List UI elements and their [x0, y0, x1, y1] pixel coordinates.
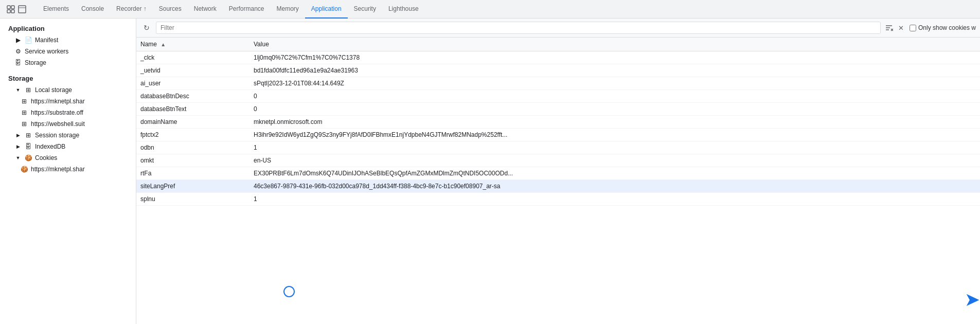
sidebar-item-localstorage-webshell[interactable]: ⊞ https://webshell.suit — [0, 118, 136, 130]
sidebar-label-session-storage: Session storage — [35, 132, 79, 139]
grid-icon-5: ⊞ — [25, 132, 32, 139]
cookie-icon: 🍪 — [25, 154, 32, 161]
cell-name: rtFa — [136, 167, 250, 180]
sidebar-label-ls-mknetpl: https://mknetpl.shar — [31, 98, 85, 105]
tab-lighthouse[interactable]: Lighthouse — [382, 0, 425, 19]
sidebar-item-cookies-mknetpl[interactable]: 🍪 https://mknetpl.shar — [0, 164, 136, 175]
cell-name: _clck — [136, 51, 250, 64]
only-cookies-checkbox[interactable] — [910, 25, 916, 31]
top-bar: Elements Console Recorder ↑ Sources Netw… — [0, 0, 980, 19]
table-body: _clck1lj0mq0%7C2%7Cfm1%7C0%7C1378_uetvid… — [136, 51, 980, 206]
sidebar-item-manifest[interactable]: ▶ 📄 Manifest — [0, 34, 136, 46]
cell-value: mknetpl.onmicrosoft.com — [250, 116, 980, 129]
svg-rect-1 — [11, 6, 14, 9]
sidebar-label-ls-webshell: https://webshell.suit — [31, 120, 85, 128]
cell-value: 1 — [250, 193, 980, 206]
table-row[interactable]: fptctx2H3ihr9e92IdW6yd1ZgQ9Sz3ny9FYj8fAf… — [136, 129, 980, 141]
sidebar-item-localstorage-mknetpl[interactable]: ⊞ https://mknetpl.shar — [0, 96, 136, 107]
sidebar: Application ▶ 📄 Manifest ⚙ Service worke… — [0, 19, 136, 324]
cell-value: 0 — [250, 90, 980, 103]
table-row[interactable]: databaseBtnDesc0 — [136, 90, 980, 103]
grid-icon-3: ⊞ — [21, 109, 28, 116]
cell-name: databaseBtnText — [136, 103, 250, 116]
sidebar-label-storage: Storage — [25, 59, 46, 66]
cell-value: 1 — [250, 141, 980, 154]
sidebar-item-service-workers[interactable]: ⚙ Service workers — [0, 46, 136, 57]
col-header-name[interactable]: Name ▲ — [136, 38, 250, 51]
cell-name: odbn — [136, 141, 250, 154]
cell-value: 1lj0mq0%7C2%7Cfm1%7C0%7C1378 — [250, 51, 980, 64]
content-area: ↻ ✕ Only show cookies w — [136, 19, 980, 324]
table-row[interactable]: rtFaEX30PRBtF6Lm7dOmsK6Q74UDinIJOhASeBlb… — [136, 167, 980, 180]
svg-rect-0 — [7, 6, 10, 9]
table-row[interactable]: siteLangPref46c3e867-9879-431e-96fb-032d… — [136, 180, 980, 193]
cell-name: ai_user — [136, 77, 250, 90]
cell-name: splnu — [136, 193, 250, 206]
sidebar-item-session-storage[interactable]: ▶ ⊞ Session storage — [0, 130, 136, 141]
sidebar-label-indexeddb: IndexedDB — [35, 143, 65, 150]
expand-down-icon: ▼ — [14, 86, 22, 94]
tab-recorder[interactable]: Recorder ↑ — [110, 0, 153, 19]
cell-name: siteLangPref — [136, 180, 250, 193]
sidebar-item-localstorage-substrate[interactable]: ⊞ https://substrate.off — [0, 107, 136, 118]
sidebar-label-manifest: Manifest — [35, 37, 58, 44]
tab-sources[interactable]: Sources — [153, 0, 188, 19]
table-row[interactable]: odbn1 — [136, 141, 980, 154]
col-header-value[interactable]: Value — [250, 38, 980, 51]
grid-icon-2: ⊞ — [21, 98, 28, 105]
sidebar-item-cookies[interactable]: ▼ 🍪 Cookies — [0, 152, 136, 164]
refresh-button[interactable]: ↻ — [140, 22, 153, 34]
arrow-annotation: ➤ — [965, 290, 979, 310]
sidebar-label-cookies-mknetpl: https://mknetpl.shar — [31, 166, 85, 173]
tab-elements[interactable]: Elements — [37, 0, 75, 19]
expand-icon: ▶ — [14, 37, 22, 44]
cell-name: omkt — [136, 154, 250, 167]
sort-arrow-icon: ▲ — [161, 42, 166, 47]
svg-rect-2 — [7, 10, 10, 13]
tab-performance[interactable]: Performance — [223, 0, 271, 19]
filter-input[interactable] — [156, 22, 881, 34]
table-row[interactable]: databaseBtnText0 — [136, 103, 980, 116]
grid-icon-4: ⊞ — [21, 120, 28, 128]
cell-name: databaseBtnDesc — [136, 90, 250, 103]
sidebar-item-local-storage[interactable]: ▼ ⊞ Local storage — [0, 84, 136, 96]
tab-memory[interactable]: Memory — [271, 0, 305, 19]
cell-value: en-US — [250, 154, 980, 167]
sidebar-label-cookies: Cookies — [35, 154, 57, 161]
sidebar-item-indexeddb[interactable]: ▶ 🗄 IndexedDB — [0, 141, 136, 152]
tab-console[interactable]: Console — [75, 0, 110, 19]
expand-down-icon-2: ▼ — [14, 154, 22, 161]
db-icon-2: 🗄 — [25, 143, 32, 150]
clear-filter-icon[interactable] — [884, 23, 894, 33]
expand-right-icon-2: ▶ — [14, 143, 22, 150]
table-row[interactable]: ai_usersPqtl|2023-12-01T08:44:14.649Z — [136, 77, 980, 90]
cell-name: domainName — [136, 116, 250, 129]
tab-security[interactable]: Security — [348, 0, 382, 19]
inspector-icon[interactable] — [17, 5, 27, 14]
table-row[interactable]: domainNamemknetpl.onmicrosoft.com — [136, 116, 980, 129]
table-row[interactable]: _clck1lj0mq0%7C2%7Cfm1%7C0%7C1378 — [136, 51, 980, 64]
cursor-icon[interactable] — [6, 5, 15, 14]
table-row[interactable]: omkten-US — [136, 154, 980, 167]
toolbar: ↻ ✕ Only show cookies w — [136, 19, 980, 38]
tab-application[interactable]: Application — [305, 0, 348, 19]
svg-rect-4 — [19, 6, 26, 13]
cookies-table: Name ▲ Value _clck1lj0mq0%7C2%7Cfm1%7C0%… — [136, 38, 980, 206]
sidebar-section-application: Application — [0, 19, 136, 34]
sidebar-item-storage[interactable]: 🗄 Storage — [0, 57, 136, 68]
grid-icon: ⊞ — [25, 86, 32, 94]
only-cookies-option: Only show cookies w — [910, 24, 976, 31]
sidebar-section-storage: Storage — [0, 68, 136, 84]
main-layout: Application ▶ 📄 Manifest ⚙ Service worke… — [0, 19, 980, 324]
devtools-icons — [2, 5, 31, 14]
cell-value: 0 — [250, 103, 980, 116]
cookies-table-container: Name ▲ Value _clck1lj0mq0%7C2%7Cfm1%7C0%… — [136, 38, 980, 324]
gear-icon: ⚙ — [14, 48, 22, 55]
table-header-row: Name ▲ Value — [136, 38, 980, 51]
cookie-icon-2: 🍪 — [21, 166, 28, 173]
table-row[interactable]: _uetvidbd1fda00fdfc11ed96a1e9a24ae31963 — [136, 64, 980, 77]
tab-network[interactable]: Network — [188, 0, 223, 19]
table-row[interactable]: splnu1 — [136, 193, 980, 206]
close-filter-icon[interactable]: ✕ — [896, 23, 906, 33]
sidebar-label-service-workers: Service workers — [25, 48, 68, 55]
